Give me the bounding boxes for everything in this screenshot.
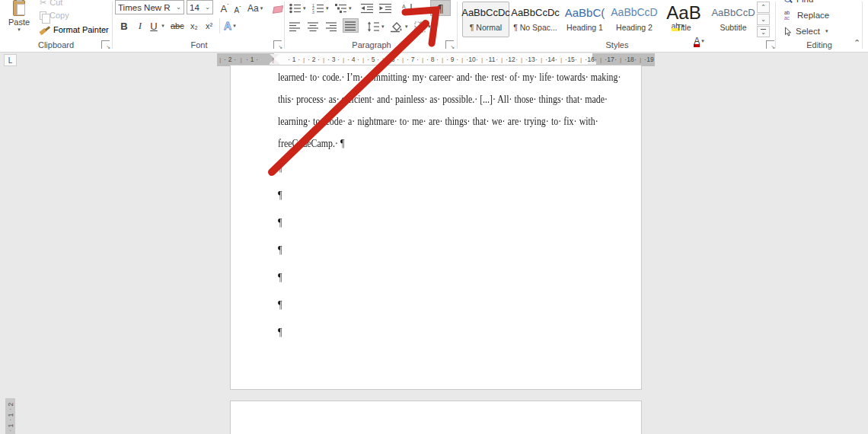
underline-button[interactable]: U <box>148 18 159 34</box>
small-separator <box>219 18 220 34</box>
align-center-icon <box>308 21 319 32</box>
bullets-button[interactable]: ▾ <box>289 1 307 16</box>
tab-stop-selector[interactable]: L <box>4 54 17 66</box>
copy-button[interactable]: Copy <box>40 9 69 21</box>
strikethrough-button[interactable]: abc <box>171 18 184 34</box>
decrease-indent-icon <box>361 3 374 14</box>
paste-dropdown-chevron-icon[interactable]: ▾ <box>18 27 21 33</box>
empty-paragraph-mark[interactable]: ¶ <box>278 319 598 346</box>
borders-button[interactable]: ▾ <box>413 19 432 34</box>
document-page-1[interactable]: learned· to· code.· I’m· committing· my·… <box>230 65 642 390</box>
justify-button[interactable] <box>343 18 359 33</box>
cut-button[interactable]: ✂ Cut <box>40 0 62 8</box>
copy-icon <box>40 11 46 20</box>
style-chip-subtitle[interactable]: AaBbCcD Subtitle <box>710 2 757 37</box>
chevron-down-icon: ▾ <box>825 28 828 34</box>
chevron-down-icon[interactable]: ⌄ <box>174 4 181 11</box>
empty-paragraph-mark[interactable]: ¶ <box>278 237 598 264</box>
empty-paragraph-mark[interactable]: ¶ <box>278 264 598 292</box>
group-separator <box>284 2 285 49</box>
format-painter-button[interactable]: Format Painter <box>40 24 109 36</box>
underline-dropdown-chevron-icon[interactable]: ▾ <box>159 18 165 34</box>
italic-button[interactable]: I <box>135 18 145 34</box>
paste-clipboard-icon <box>13 0 25 16</box>
font-dialog-launcher[interactable] <box>273 40 282 49</box>
group-separator <box>775 2 776 49</box>
paragraph-group-label: Paragraph <box>286 40 457 49</box>
document-text[interactable]: learned· to· code.· I’m· committing· my·… <box>278 66 598 346</box>
group-separator <box>862 2 863 49</box>
replace-icon: ab ac <box>784 10 793 21</box>
superscript-button[interactable]: x² <box>206 18 212 34</box>
style-chip-normal[interactable]: AaBbCcDc ¶ Normal <box>462 2 509 37</box>
multilevel-list-button[interactable]: ▾ <box>334 1 353 16</box>
shrink-font-button[interactable]: Aˇ <box>232 2 243 18</box>
empty-paragraph-mark[interactable]: ¶ <box>278 209 598 237</box>
cursor-arrow-icon <box>784 27 792 37</box>
align-left-button[interactable] <box>289 19 302 34</box>
borders-icon <box>414 21 426 33</box>
styles-scroll-up-button[interactable]: ⌃ <box>757 2 770 13</box>
select-button[interactable]: Select ▾ <box>784 24 828 38</box>
search-icon <box>784 0 793 4</box>
group-separator <box>457 2 458 49</box>
justify-icon <box>345 21 356 31</box>
document-page-2[interactable] <box>230 400 642 434</box>
align-center-button[interactable] <box>307 19 320 34</box>
increase-indent-icon <box>379 3 392 14</box>
vertical-ruler[interactable]: 2·1·1· <box>5 398 15 434</box>
sort-button[interactable]: AZ <box>401 1 416 16</box>
shading-button[interactable]: ▾ <box>389 19 409 34</box>
chevron-down-icon[interactable]: ⌄ <box>203 4 210 11</box>
increase-indent-button[interactable] <box>378 1 393 16</box>
styles-dialog-launcher[interactable] <box>766 40 774 49</box>
ruler-tick: 19 <box>646 53 653 66</box>
text-effects-button[interactable]: A▾ <box>224 18 236 34</box>
collapse-ribbon-button[interactable]: ⌃ <box>854 38 860 48</box>
multilevel-list-icon <box>335 3 347 14</box>
bold-button[interactable]: B <box>118 18 130 34</box>
styles-more-button[interactable]: ⌄ <box>757 26 770 37</box>
document-line[interactable]: learning· to· code· a· nightmare· to· me… <box>278 110 598 132</box>
show-hide-pilcrow-button[interactable]: ¶ <box>430 0 451 16</box>
empty-paragraph-mark[interactable]: ¶ <box>278 292 598 319</box>
replace-button[interactable]: ab ac Replace <box>784 8 829 22</box>
document-line[interactable]: freeCodeCamp.· ¶ <box>278 132 598 155</box>
styles-group-label: Styles <box>459 40 775 49</box>
ribbon: Paste ▾ ✂ Cut Copy Format Painter Clipbo… <box>0 0 868 53</box>
change-case-button[interactable]: Aa▾ <box>247 1 263 16</box>
clipboard-dialog-launcher[interactable] <box>101 40 110 49</box>
document-line[interactable]: this· process· as· efficient· and· painl… <box>278 88 598 110</box>
empty-paragraph-mark[interactable]: ¶ <box>278 182 598 209</box>
font-group-label: Font <box>114 40 284 49</box>
paste-button[interactable]: Paste ▾ <box>3 0 35 40</box>
paste-label: Paste <box>8 18 30 27</box>
style-chip-heading2[interactable]: AaBbCcD Heading 2 <box>611 2 658 37</box>
align-right-button[interactable] <box>325 19 338 34</box>
scissors-icon: ✂ <box>40 0 46 8</box>
numbering-button[interactable]: 123 ▾ <box>311 1 330 16</box>
style-chip-heading1[interactable]: AaBbC( Heading 1 <box>561 2 608 37</box>
style-chip-no-spacing[interactable]: AaBbCcDc ¶ No Spac... <box>512 2 559 37</box>
paragraph-dialog-launcher[interactable] <box>445 40 454 49</box>
clear-formatting-button[interactable] <box>272 2 284 17</box>
ruler-tick: · <box>224 53 226 66</box>
line-spacing-button[interactable]: ▾ <box>366 19 385 34</box>
subscript-button[interactable]: x₂ <box>190 18 198 34</box>
sort-az-icon: AZ <box>402 3 415 14</box>
style-chip-title[interactable]: AaB Title <box>660 2 707 37</box>
decrease-indent-button[interactable] <box>360 1 375 16</box>
editing-group-label: Editing <box>777 40 862 49</box>
svg-text:A: A <box>402 3 406 8</box>
find-button[interactable]: Find <box>784 0 813 6</box>
align-right-icon <box>326 21 337 32</box>
styles-scroll-down-button[interactable]: ⌄ <box>757 14 770 25</box>
grow-font-button[interactable]: Aˆ <box>219 1 231 16</box>
empty-paragraph-mark[interactable]: ¶ <box>278 155 598 182</box>
clipboard-group-label: Clipboard <box>0 40 112 49</box>
font-size-combobox[interactable]: 14 ⌄ <box>187 0 213 14</box>
group-separator <box>112 2 113 49</box>
font-name-combobox[interactable]: Times New R ⌄ <box>115 0 184 14</box>
document-line[interactable]: learned· to· code.· I’m· committing· my·… <box>278 66 598 88</box>
align-left-icon <box>289 21 301 32</box>
